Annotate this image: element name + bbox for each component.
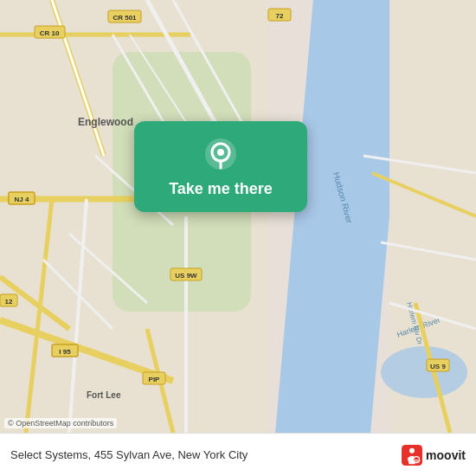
svg-text:m: m	[415, 458, 419, 463]
take-me-there-button[interactable]: Take me there	[169, 180, 273, 198]
map-card[interactable]: Take me there	[134, 121, 307, 212]
route72-label: 72	[276, 12, 284, 20]
moovit-logo: m moovit	[402, 445, 466, 466]
moovit-brand-text: moovit	[426, 448, 466, 462]
ny-land	[389, 0, 476, 433]
svg-point-38	[409, 447, 415, 453]
svg-point-35	[217, 149, 224, 156]
map-container: CR 10 CR 501 72 NJ 4 I 95 PIP US 9W 12	[0, 0, 476, 433]
map-attribution: © OpenStreetMap contributors	[4, 418, 117, 428]
moovit-brand-icon: m	[402, 445, 422, 466]
location-pin-icon	[205, 138, 236, 170]
svg-rect-6	[268, 9, 291, 21]
hudson-river	[275, 0, 408, 433]
address-text: Select Systems, 455 Sylvan Ave, New York…	[10, 448, 395, 461]
bottom-bar: Select Systems, 455 Sylvan Ave, New York…	[0, 433, 476, 476]
